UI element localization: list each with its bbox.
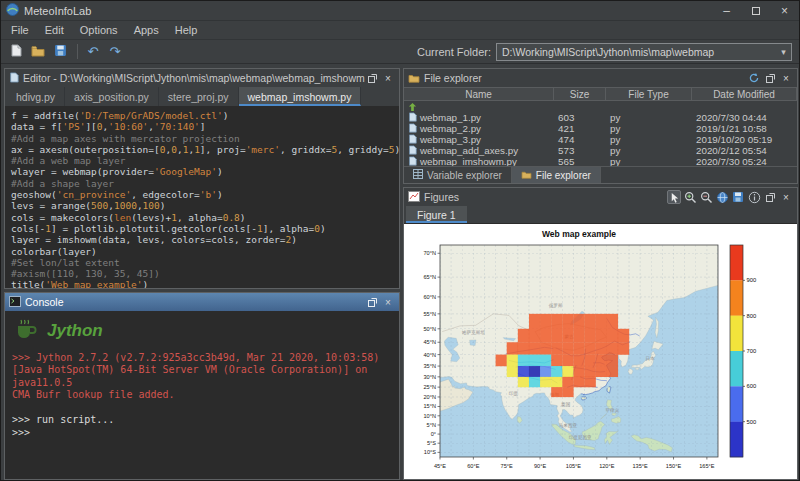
zoom-in-icon[interactable] bbox=[683, 190, 697, 204]
console-close-icon[interactable]: × bbox=[381, 295, 395, 309]
code-line: #Add a map axes with mercator projection bbox=[11, 133, 393, 144]
figures-float-icon[interactable] bbox=[763, 190, 777, 204]
svg-text:500: 500 bbox=[747, 419, 757, 425]
console-line: >>> run script... bbox=[12, 414, 392, 427]
undo-button[interactable]: ↶ bbox=[83, 42, 103, 62]
file-row[interactable]: webmap_add_axes.py573py2020/2/12 05:54 bbox=[404, 145, 797, 156]
menu-help[interactable]: Help bbox=[167, 24, 206, 36]
menu-apps[interactable]: Apps bbox=[126, 24, 167, 36]
explorer-tab-file-explorer[interactable]: File explorer bbox=[512, 167, 601, 183]
editor-tab-webmap_imshowm.py[interactable]: webmap_imshowm.py bbox=[239, 87, 362, 106]
file-name: webmap_imshowm.py bbox=[420, 156, 517, 166]
svg-text:700: 700 bbox=[747, 348, 757, 354]
redo-button[interactable]: ↷ bbox=[105, 42, 125, 62]
svg-text:150°E: 150°E bbox=[666, 463, 682, 469]
editor-tab-stere_proj.py[interactable]: stere_proj.py bbox=[159, 87, 239, 106]
jython-cup-icon bbox=[14, 317, 40, 345]
zoom-out-icon[interactable] bbox=[699, 190, 713, 204]
console-float-icon[interactable] bbox=[365, 295, 379, 309]
editor-float-icon[interactable] bbox=[365, 71, 379, 85]
toolbar: ↶ ↷ Current Folder: D:\Working\MIScript\… bbox=[1, 40, 799, 64]
column-header-name[interactable]: Name bbox=[404, 88, 554, 100]
figures-header: Figures × bbox=[404, 188, 797, 206]
svg-text:60°N: 60°N bbox=[424, 294, 437, 300]
figure-tab[interactable]: Figure 1 bbox=[406, 206, 467, 223]
current-folder-combobox[interactable]: D:\Working\MIScript\Jython\mis\map\webma… bbox=[496, 43, 792, 61]
svg-text:45°E: 45°E bbox=[434, 463, 446, 469]
console-icon bbox=[9, 293, 21, 311]
menu-options[interactable]: Options bbox=[72, 24, 126, 36]
svg-text:120°E: 120°E bbox=[599, 463, 615, 469]
svg-text:5°S: 5°S bbox=[427, 440, 436, 446]
editor-tab-hdivg.py[interactable]: hdivg.py bbox=[7, 87, 65, 106]
file-name: webmap_3.py bbox=[420, 134, 481, 145]
explorer-tab-label: File explorer bbox=[536, 170, 591, 181]
file-row[interactable]: webmap_3.py474py2019/10/20 05:19 bbox=[404, 134, 797, 145]
up-folder-row[interactable] bbox=[404, 101, 797, 112]
save-figure-icon[interactable] bbox=[731, 190, 745, 204]
main-area: Editor - D:\Working\MIScript\Jython\mis\… bbox=[1, 65, 799, 480]
explorer-tab-label: Variable explorer bbox=[427, 170, 502, 181]
svg-text:165°E: 165°E bbox=[699, 463, 715, 469]
editor-tab-axis_position.py[interactable]: axis_position.py bbox=[65, 87, 159, 106]
svg-text:20°N: 20°N bbox=[424, 394, 437, 400]
menu-file[interactable]: File bbox=[3, 24, 37, 36]
info-icon[interactable] bbox=[747, 190, 761, 204]
svg-text:15°N: 15°N bbox=[424, 403, 437, 409]
column-header-file-type[interactable]: File Type bbox=[606, 88, 692, 100]
code-editor[interactable]: f = addfile('D:/Temp/GrADS/model.ctl')da… bbox=[5, 107, 399, 288]
close-button[interactable]: × bbox=[770, 1, 799, 20]
maximize-button[interactable] bbox=[741, 1, 770, 20]
pointer-icon[interactable] bbox=[667, 190, 681, 204]
editor-header: Editor - D:\Working\MIScript\Jython\mis\… bbox=[5, 69, 399, 87]
current-folder-value: D:\Working\MIScript\Jython\mis\map\webma… bbox=[497, 46, 776, 58]
console-line bbox=[12, 402, 392, 415]
svg-text:600: 600 bbox=[747, 383, 757, 389]
file-row[interactable]: webmap_imshowm.py565py2020/7/30 05:24 bbox=[404, 156, 797, 166]
menu-edit[interactable]: Edit bbox=[37, 24, 72, 36]
svg-text:135°E: 135°E bbox=[633, 463, 649, 469]
column-header-date-modified[interactable]: Date Modified bbox=[692, 88, 797, 100]
up-folder-icon bbox=[404, 102, 554, 112]
file-row[interactable]: webmap_1.py603py2020/7/30 04:44 bbox=[404, 112, 797, 123]
app-icon bbox=[6, 2, 19, 20]
code-line: wlayer = webmap(provider='GoogleMap') bbox=[11, 166, 393, 177]
file-type: py bbox=[606, 156, 692, 166]
file-type: py bbox=[606, 134, 692, 145]
refresh-icon[interactable] bbox=[747, 71, 761, 85]
console-area[interactable]: Jython >>> Jython 2.7.2 (v2.7.2:925a3cc3… bbox=[5, 311, 399, 479]
file-name: webmap_add_axes.py bbox=[420, 145, 518, 156]
new-script-icon bbox=[10, 43, 22, 61]
editor-close-icon[interactable]: × bbox=[381, 71, 395, 85]
console-output: >>> Jython 2.7.2 (v2.7.2:925a3cc3b49d, M… bbox=[12, 352, 392, 440]
toolbar-separator bbox=[77, 44, 78, 59]
open-file-button[interactable] bbox=[28, 42, 48, 62]
code-line: cols = makecolors(len(levs)+1, alpha=0.8… bbox=[11, 212, 393, 223]
column-header-size[interactable]: Size bbox=[554, 88, 606, 100]
figures-panel: Figures × Figure 1 俄罗斯哈萨克斯坦蒙古日本印度缅甸泰国菲律宾… bbox=[403, 187, 798, 480]
svg-text:50°N: 50°N bbox=[424, 326, 437, 332]
explorer-tab-variable-explorer[interactable]: Variable explorer bbox=[404, 167, 512, 183]
svg-text:45°N: 45°N bbox=[424, 339, 437, 345]
figures-close-icon[interactable]: × bbox=[779, 190, 793, 204]
figure-canvas[interactable]: 俄罗斯哈萨克斯坦蒙古日本印度缅甸泰国菲律宾马来西亚印度尼西亚70°N65°N60… bbox=[404, 224, 797, 479]
globe-icon[interactable] bbox=[715, 190, 729, 204]
file-explorer-close-icon[interactable]: × bbox=[779, 71, 793, 85]
meteoinfolab-window: MeteoInfoLab – × FileEditOptionsAppsHelp… bbox=[0, 0, 800, 481]
window-controls: – × bbox=[712, 1, 799, 20]
file-explorer-float-icon[interactable] bbox=[763, 71, 777, 85]
code-line: geoshow('cn_province', edgecolor='b') bbox=[11, 189, 393, 200]
new-script-button[interactable] bbox=[6, 42, 26, 62]
jython-logo: Jython bbox=[14, 317, 392, 345]
editor-title: Editor - D:\Working\MIScript\Jython\mis\… bbox=[23, 72, 365, 84]
dropdown-arrow-icon[interactable]: ▾ bbox=[776, 47, 791, 57]
file-type: py bbox=[606, 123, 692, 134]
minimize-button[interactable]: – bbox=[712, 1, 741, 20]
svg-text:60°E: 60°E bbox=[467, 463, 479, 469]
save-file-button[interactable] bbox=[50, 42, 70, 62]
file-row[interactable]: webmap_2.py421py2019/1/21 10:58 bbox=[404, 123, 797, 134]
svg-text:70°N: 70°N bbox=[424, 250, 437, 256]
py-file-icon bbox=[408, 156, 417, 167]
file-table-header[interactable]: NameSizeFile TypeDate Modified bbox=[404, 87, 797, 101]
figure-tab-bar: Figure 1 bbox=[404, 206, 797, 224]
